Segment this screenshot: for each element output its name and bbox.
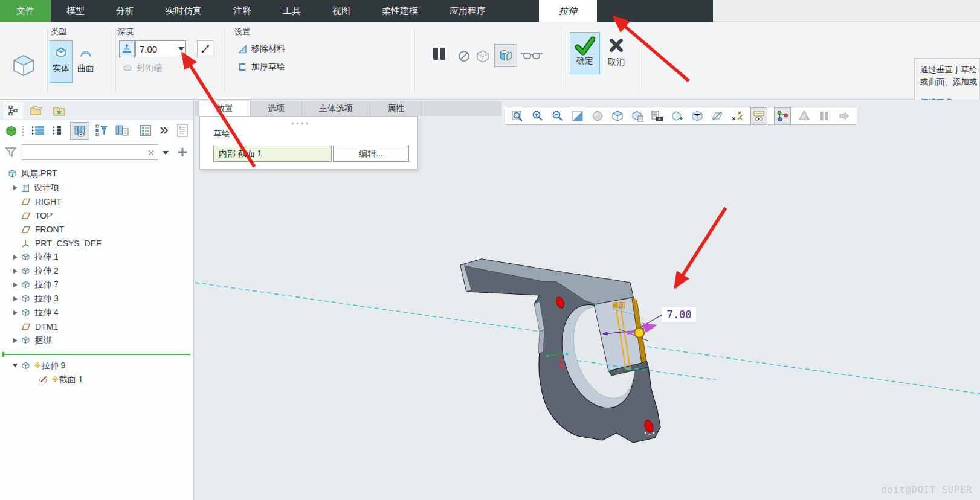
- tree-document-button[interactable]: [174, 122, 191, 139]
- no-preview-button[interactable]: [457, 50, 471, 63]
- expand-arrow-icon[interactable]: [10, 310, 21, 315]
- tree-row-extrude-9[interactable]: ※ 拉伸 9: [0, 359, 65, 373]
- refit-button[interactable]: [571, 109, 584, 123]
- tab-properties[interactable]: 属性: [370, 101, 422, 116]
- sketch-collector-field[interactable]: 内部 截面 1: [213, 146, 332, 162]
- tree-row-front-plane[interactable]: FRONT: [0, 222, 64, 236]
- tree-row-extrude-3[interactable]: 拉伸 3: [0, 292, 59, 306]
- tree-row-csys[interactable]: PRT_CSYS_DEF: [0, 236, 101, 250]
- ok-button[interactable]: 确定: [570, 32, 600, 74]
- tree-list-button[interactable]: [30, 123, 46, 138]
- tree-row-design-items[interactable]: 设计项: [0, 181, 59, 194]
- menu-analysis[interactable]: 分析: [100, 0, 150, 22]
- new-view-button[interactable]: [671, 109, 684, 123]
- repaint-button[interactable]: [591, 109, 604, 123]
- tab-options[interactable]: 选项: [251, 101, 302, 116]
- ribbon-separator: [115, 28, 116, 92]
- panel-grip-handle[interactable]: [292, 123, 308, 124]
- favorites-folder-button[interactable]: [51, 103, 68, 118]
- tree-row-top-plane[interactable]: TOP: [0, 208, 53, 222]
- tree-row-part-root[interactable]: 风扇.PRT: [0, 167, 57, 181]
- simulation-play-button[interactable]: [798, 109, 811, 123]
- wireframe-preview-button[interactable]: [474, 48, 491, 64]
- tree-filters-button[interactable]: [93, 123, 110, 138]
- folder-browser-button[interactable]: [28, 103, 45, 118]
- settings-group-label: 设置: [234, 27, 250, 37]
- extrude-icon: [21, 280, 31, 290]
- depth-dropdown-caret-icon[interactable]: [178, 46, 185, 51]
- extrude-icon: [21, 307, 31, 318]
- tree-settings-button[interactable]: [137, 122, 155, 139]
- toolbar-drag-dots[interactable]: [21, 123, 25, 138]
- tree-row-extrude-4[interactable]: 拉伸 4: [0, 306, 59, 319]
- expand-arrow-icon[interactable]: [10, 338, 21, 343]
- tree-row-extrude-2[interactable]: 拉伸 2: [0, 264, 59, 278]
- view-manager-button[interactable]: [631, 109, 644, 123]
- surface-type-button[interactable]: 曲面: [74, 41, 98, 82]
- more-tools-chevron-icon[interactable]: [158, 124, 170, 137]
- collapse-arrow-icon[interactable]: [10, 364, 21, 368]
- tree-row-extrude-1[interactable]: 拉伸 1: [0, 250, 59, 264]
- tree-columns-button[interactable]: [70, 122, 89, 140]
- spin-center-button[interactable]: [774, 107, 791, 124]
- shaded-preview-button[interactable]: [494, 44, 517, 67]
- expand-arrow-icon[interactable]: [10, 255, 21, 260]
- thicken-sketch-option[interactable]: 加厚草绘: [237, 62, 285, 72]
- tree-row-right-plane[interactable]: RIGHT: [0, 194, 62, 208]
- menu-live-simulation[interactable]: 实时仿真: [150, 0, 218, 22]
- pause-button[interactable]: [431, 46, 448, 61]
- pause-display-button[interactable]: [817, 109, 831, 123]
- collapse-toolbar-button[interactable]: [837, 109, 851, 123]
- add-filter-button[interactable]: [175, 145, 190, 159]
- search-options-caret-icon[interactable]: [161, 150, 170, 156]
- remove-material-option[interactable]: 移除材料: [237, 43, 285, 54]
- tree-column-settings-button[interactable]: [114, 123, 131, 138]
- annotation-display-button[interactable]: [750, 107, 767, 124]
- datum-plane-icon: [21, 322, 31, 332]
- zoom-in-button[interactable]: [531, 109, 544, 123]
- menu-flexible-modeling[interactable]: 柔性建模: [366, 0, 434, 22]
- expand-arrow-icon[interactable]: [10, 296, 21, 301]
- clear-search-icon[interactable]: [147, 149, 155, 157]
- expand-arrow-icon[interactable]: [10, 283, 21, 287]
- tree-row-extrude-7[interactable]: 拉伸 7: [0, 278, 59, 292]
- filter-funnel-icon[interactable]: [4, 145, 18, 159]
- remove-material-icon: [237, 43, 248, 54]
- part-display-button[interactable]: [4, 123, 18, 138]
- flip-direction-button[interactable]: [197, 40, 213, 57]
- check-feature-button[interactable]: [520, 50, 544, 63]
- tab-extrude-active[interactable]: 拉伸: [539, 0, 597, 22]
- tree-row-dtm1[interactable]: DTM1: [0, 319, 58, 333]
- tab-body-options[interactable]: 主体选项: [302, 101, 370, 116]
- zoom-region-button[interactable]: [511, 109, 524, 123]
- tab-placement[interactable]: 放置: [199, 101, 251, 116]
- cancel-button[interactable]: 取消: [602, 36, 631, 74]
- tree-row-bundle[interactable]: 捆绑: [0, 333, 51, 347]
- expand-items-button[interactable]: [51, 123, 66, 138]
- expand-arrow-icon[interactable]: [10, 269, 21, 274]
- menu-applications[interactable]: 应用程序: [434, 0, 501, 22]
- plane-display-button[interactable]: [711, 109, 724, 123]
- menu-model[interactable]: 模型: [51, 0, 100, 22]
- menu-annotate[interactable]: 注释: [218, 0, 267, 22]
- tree-search-input[interactable]: [22, 144, 158, 160]
- sketch-label: 草绘: [213, 129, 230, 139]
- sketch-edit-button[interactable]: 编辑...: [333, 146, 409, 162]
- solid-type-button[interactable]: 实体: [50, 40, 73, 83]
- insertion-locator-line[interactable]: [4, 354, 190, 355]
- menu-view[interactable]: 视图: [317, 0, 366, 22]
- section-view-button[interactable]: [691, 109, 704, 123]
- design-items-icon: [21, 183, 30, 193]
- sketch-icon: [37, 375, 48, 385]
- saved-views-button[interactable]: [611, 109, 624, 123]
- menu-tools[interactable]: 工具: [267, 0, 317, 22]
- screenshot-button[interactable]: [651, 109, 664, 123]
- tree-row-section-1[interactable]: ※ 截面 1: [0, 373, 83, 386]
- depth-option-button[interactable]: [119, 40, 135, 57]
- shaded-preview-icon: [498, 48, 514, 63]
- axis-display-button[interactable]: [730, 109, 744, 123]
- zoom-out-button[interactable]: [551, 109, 564, 123]
- menu-file[interactable]: 文件: [0, 0, 51, 22]
- expand-arrow-icon[interactable]: [10, 185, 21, 190]
- model-tree-tab-button[interactable]: [4, 102, 23, 119]
